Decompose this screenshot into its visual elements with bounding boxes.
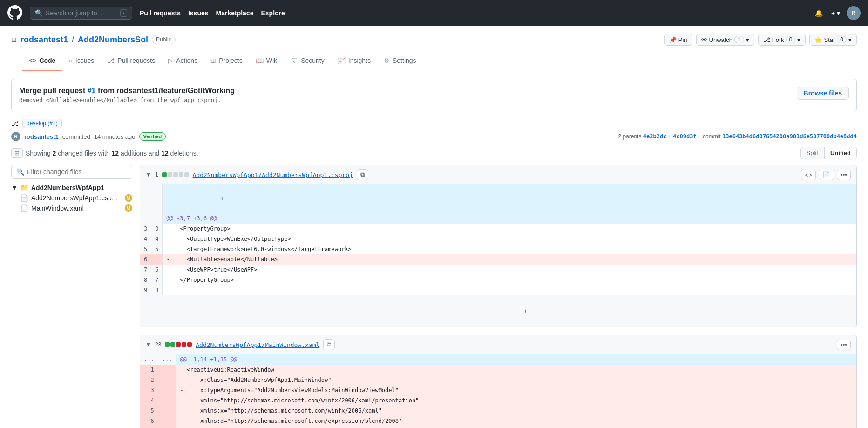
diff2-new-e6 [158,416,176,426]
tree-file-2[interactable]: 📄 MainWindow.xaml M [11,203,132,213]
github-logo[interactable] [7,5,22,21]
commit-info: Merge pull request #1 from rodsantest1/f… [19,87,235,103]
collapse-file-2-button[interactable]: ▼ [146,341,151,348]
repo-owner[interactable]: rodsantest1 [20,35,68,45]
browse-files-button[interactable]: Browse files [797,87,849,100]
fork-count: 0 [786,36,796,43]
star-dropdown-icon[interactable]: ▾ [848,36,852,43]
diff-ctx-row-2: 4 4 <OutputType>WinExe</OutputType> [140,234,856,244]
tab-actions-label: Actions [176,57,197,64]
tab-wiki[interactable]: 📖 Wiki [249,51,285,71]
repo-header: ⊞ rodsantest1 / Add2NumbersSol Public 📌 … [0,26,868,71]
file2-path[interactable]: Add2NumbersWpfApp1/MainWindow.xaml [196,341,319,348]
repo-visibility: Public [152,35,176,44]
file2-change-count: 23 [155,341,161,348]
main-content: Merge pull request #1 from rodsantest1/f… [0,71,868,428]
tab-issues[interactable]: ○ Issues [62,51,101,71]
tab-settings-label: Settings [393,57,416,64]
diff-del-row-1: 6 - <Nullable>enable</Nullable> [140,254,856,265]
branch-badge[interactable]: develop (#1) [22,119,62,128]
watch-icon: 👁 [701,36,707,43]
tab-pull-requests[interactable]: ⎇ Pull requests [101,51,162,71]
stat-sq-grey-3 [179,172,183,177]
search-icon: 🔍 [35,9,43,17]
search-placeholder: Search or jump to... [46,9,102,17]
parent2-link[interactable]: 4c09d3f [673,133,697,140]
star-button[interactable]: ⭐ Star 0 ▾ [809,34,857,46]
diff-file-1: ▼ 1 Add2NumbersWpfApp1/Add2NumbersWpfApp… [140,165,857,327]
tree-folder[interactable]: ▼ 📁 Add2NumbersWpfApp1 [11,183,132,193]
stat-sq-grey-1 [168,172,172,177]
more-options-button-2[interactable]: ••• [837,340,851,350]
expand-up-icon[interactable]: ⬆ [220,196,224,202]
tab-settings[interactable]: ⚙ Settings [377,51,423,71]
sidebar-toggle-button[interactable]: ⊞ [11,148,23,158]
filter-search-icon: 🔍 [16,168,24,176]
view-raw-button-1[interactable]: 📄 [819,170,834,180]
tab-security[interactable]: 🛡 Security [285,51,331,71]
commit-author-link[interactable]: rodsantest1 [24,133,59,140]
diff2-hunk-old: ... [140,354,158,365]
watch-dropdown-icon[interactable]: ▾ [746,36,749,43]
search-box[interactable]: 🔍 Search or jump to... / [30,7,132,20]
notification-button[interactable]: 🔔 [813,7,825,19]
diff-new-ln-empty [151,254,163,265]
tab-insights[interactable]: 📈 Insights [331,51,377,71]
tab-projects[interactable]: ⊞ Projects [204,51,249,71]
parent1-link[interactable]: 4e2b2dc [643,133,667,140]
diff-old-ln-5: 5 [140,244,151,254]
expand-down-icon[interactable]: ⬇ [523,308,527,314]
star-count: 0 [837,36,847,43]
unified-view-button[interactable]: Unified [824,147,857,159]
nav-right: 🔔 + ▾ R [813,6,861,20]
stat-sq-grey-4 [184,172,189,177]
more-options-button-1[interactable]: ••• [837,170,851,180]
view-file-button-1[interactable]: <> [801,170,816,180]
commit-pr-link[interactable]: #1 [88,87,96,95]
copy-path-button-1[interactable]: ⧉ [357,169,368,180]
split-view-button[interactable]: Split [800,147,824,159]
diff-file-2-header: ▼ 23 Add2NumbersWpfApp1/MainWindow.xaml … [140,335,856,354]
diff2-del-row-3: 3 - x:TypeArguments="Add2NumbersViewMode… [140,385,856,395]
fork-dropdown-icon[interactable]: ▾ [797,36,800,43]
avatar[interactable]: R [847,6,861,20]
nav-issues[interactable]: Issues [188,9,209,17]
diff-expand-up[interactable]: ⬆ [163,184,856,213]
diff-ln-new [151,184,163,213]
search-slash: / [120,9,127,17]
tree-file-name-2: MainWindow.xaml [31,204,84,212]
file-filter[interactable]: 🔍 [11,165,132,179]
pin-button[interactable]: 📌 Pin [664,34,692,46]
copy-path-button-2[interactable]: ⧉ [323,339,335,350]
diff2-code-4: - xmlns="http://schemas.microsoft.com/wi… [176,395,856,406]
file1-path[interactable]: Add2NumbersWpfApp1/Add2NumbersWpfApp1.cs… [193,171,353,178]
tree-file-1[interactable]: 📄 Add2NumbersWpfApp1.csp… M [11,193,132,203]
chevron-down-icon: ▼ [11,184,18,191]
repo-separator: / [72,35,74,45]
tab-code[interactable]: <> Code [22,51,62,71]
diff-old-ln-4: 4 [140,234,151,244]
nav-pull-requests[interactable]: Pull requests [140,9,181,17]
tab-actions[interactable]: ▷ Actions [162,51,204,71]
collapse-file-1-button[interactable]: ▼ [146,171,151,178]
create-button[interactable]: + ▾ [829,7,842,19]
commit-hash-link[interactable]: 13e643b4d6d07654200a981d6e537700db4e8dd4 [722,133,857,140]
nav-marketplace[interactable]: Marketplace [216,9,254,17]
diff2-del-row-5: 5 - xmlns:x="http://schemas.microsoft.co… [140,406,856,416]
diff2-code-2: - x:Class="Add2NumbersWpfApp1.MainWindow… [176,375,856,385]
top-navigation: 🔍 Search or jump to... / Pull requests I… [0,0,868,26]
nav-explore[interactable]: Explore [261,9,285,17]
stats-text: ⊞ Showing 2 changed files with 12 additi… [11,148,198,158]
fork-label: Fork [772,36,784,43]
diff-expand-cell[interactable]: ⬇ [140,295,856,327]
diff2-code-7: - xmlns:mc="http://schemas.openxmlformat… [176,426,856,428]
watch-button[interactable]: 👁 Unwatch 1 ▾ [696,34,754,46]
tab-code-label: Code [39,57,55,64]
diff-hunk-text: @@ -3,7 +3,6 @@ [163,213,856,224]
fork-button[interactable]: ⎇ Fork 0 ▾ [758,34,806,46]
actions-icon: ▷ [168,57,173,64]
diff-old-ln-9: 9 [140,285,151,295]
stats-full-text: Showing 2 changed files with 12 addition… [26,149,198,157]
file-filter-input[interactable] [27,168,127,176]
repo-name[interactable]: Add2NumbersSol [78,35,148,45]
